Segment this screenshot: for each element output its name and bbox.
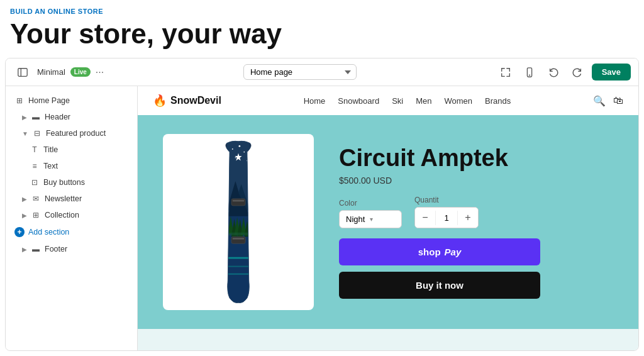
flame-icon: 🔥 <box>153 94 167 108</box>
redo-icon <box>572 67 583 78</box>
store-logo-name: SnowDevil <box>170 95 221 106</box>
editor-container: Minimal Live ··· Home page About Contact <box>5 58 639 351</box>
store-nav-actions: 🔍 🛍 <box>593 95 623 107</box>
svg-point-6 <box>232 148 233 150</box>
save-button[interactable]: Save <box>592 64 631 81</box>
nav-brands[interactable]: Brands <box>485 96 511 106</box>
buy-now-button[interactable]: Buy it now <box>339 272 540 299</box>
plus-circle-icon: + <box>14 227 25 237</box>
color-label: Color <box>339 199 402 208</box>
page-select[interactable]: Home page About Contact <box>243 64 357 80</box>
svg-point-9 <box>235 158 236 159</box>
product-details: Circuit Amptek $500.00 USD Color Night ▾… <box>339 145 613 299</box>
main-headline: Your store, your way <box>0 15 644 58</box>
text-icon: ≡ <box>30 161 40 171</box>
theme-name: Minimal <box>37 67 65 77</box>
more-options-dots[interactable]: ··· <box>96 67 104 78</box>
svg-rect-21 <box>226 233 250 236</box>
quantity-control: − 1 + <box>414 207 479 228</box>
color-select[interactable]: Night ▾ <box>339 210 402 228</box>
product-title: Circuit Amptek <box>339 145 613 172</box>
live-badge: Live <box>70 67 91 77</box>
svg-point-8 <box>238 145 240 147</box>
shop-pay-label: shop <box>418 247 441 257</box>
store-nav: 🔥 SnowDevil Home Snowboard Ski Men Women… <box>138 86 638 115</box>
snowboard-svg <box>213 140 264 304</box>
color-value: Night <box>346 214 365 224</box>
sidebar-item-footer[interactable]: ▶ ▬ Footer <box>6 241 137 257</box>
svg-rect-0 <box>18 69 27 77</box>
sidebar-item-homepage[interactable]: ⊞ Home Page <box>6 92 137 109</box>
expand-arrow-header: ▶ <box>22 114 27 121</box>
store-logo: 🔥 SnowDevil <box>153 94 221 108</box>
product-section: Circuit Amptek $500.00 USD Color Night ▾… <box>138 115 638 329</box>
sidebar: ⊞ Home Page ▶ ▬ Header ▼ ⊟ Featured prod… <box>6 86 138 350</box>
sidebar-toggle-button[interactable] <box>13 63 32 82</box>
quantity-increase-button[interactable]: + <box>458 208 478 228</box>
nav-home[interactable]: Home <box>304 96 326 106</box>
svg-rect-28 <box>233 238 245 240</box>
mobile-view-button[interactable] <box>520 63 539 82</box>
nav-snowboard[interactable]: Snowboard <box>338 96 379 106</box>
quantity-value: 1 <box>435 211 458 225</box>
product-image-wrapper <box>163 134 314 310</box>
svg-point-7 <box>243 152 245 153</box>
sidebar-item-text[interactable]: ≡ Text <box>6 158 137 174</box>
expand-icon <box>500 67 511 78</box>
product-price: $500.00 USD <box>339 175 613 186</box>
nav-men[interactable]: Men <box>416 96 431 106</box>
nav-ski[interactable]: Ski <box>392 96 403 106</box>
sidebar-item-buy-buttons[interactable]: ⊡ Buy buttons <box>6 174 137 191</box>
buy-buttons-icon: ⊡ <box>30 177 40 187</box>
product-options: Color Night ▾ Quantit − 1 + <box>339 196 613 228</box>
svg-rect-23 <box>226 266 250 267</box>
sidebar-item-featured-product[interactable]: ▼ ⊟ Featured product <box>6 125 137 142</box>
nav-women[interactable]: Women <box>444 96 472 106</box>
collection-icon: ⊞ <box>31 210 41 220</box>
expand-arrow-newsletter: ▶ <box>22 196 27 203</box>
svg-rect-25 <box>231 199 245 206</box>
expand-arrow-footer: ▶ <box>22 246 27 253</box>
svg-rect-24 <box>226 274 250 275</box>
search-icon[interactable]: 🔍 <box>593 95 606 107</box>
cart-icon[interactable]: 🛍 <box>613 95 623 107</box>
shop-pay-suffix: Pay <box>445 247 462 257</box>
sidebar-item-title[interactable]: T Title <box>6 142 137 158</box>
color-option-group: Color Night ▾ <box>339 199 402 228</box>
quantity-option-group: Quantit − 1 + <box>414 196 479 228</box>
newsletter-icon: ✉ <box>31 194 41 204</box>
sidebar-item-header[interactable]: ▶ ▬ Header <box>6 109 137 125</box>
redo-button[interactable] <box>568 63 587 82</box>
expand-view-button[interactable] <box>496 63 515 82</box>
homepage-icon: ⊞ <box>14 96 25 106</box>
svg-rect-27 <box>231 237 245 244</box>
shop-pay-button[interactable]: shop Pay <box>339 238 540 265</box>
sidebar-item-collection[interactable]: ▶ ⊞ Collection <box>6 207 137 223</box>
svg-point-3 <box>529 75 530 75</box>
featured-product-icon: ⊟ <box>32 128 42 138</box>
sidebar-icon <box>17 67 28 78</box>
quantity-decrease-button[interactable]: − <box>415 208 435 228</box>
title-icon: T <box>30 145 40 155</box>
quantity-label: Quantit <box>414 196 479 204</box>
preview-area: 🔥 SnowDevil Home Snowboard Ski Men Women… <box>138 86 638 350</box>
chevron-down-icon: ▾ <box>370 216 373 223</box>
add-section-button[interactable]: + Add section <box>6 223 137 241</box>
expand-arrow-collection: ▶ <box>22 212 27 219</box>
undo-icon <box>548 67 559 78</box>
mobile-icon <box>524 67 535 78</box>
toolbar: Minimal Live ··· Home page About Contact <box>6 58 638 86</box>
sidebar-item-newsletter[interactable]: ▶ ✉ Newsletter <box>6 191 137 207</box>
header-icon: ▬ <box>31 112 41 122</box>
expand-arrow-featured: ▼ <box>22 130 28 137</box>
undo-button[interactable] <box>544 63 563 82</box>
top-label: BUILD AN ONLINE STORE <box>0 0 644 15</box>
editor-body: ⊞ Home Page ▶ ▬ Header ▼ ⊟ Featured prod… <box>6 86 638 350</box>
footer-icon: ▬ <box>31 244 41 254</box>
svg-rect-22 <box>226 257 250 259</box>
store-nav-links: Home Snowboard Ski Men Women Brands <box>304 96 511 106</box>
svg-rect-26 <box>233 200 245 202</box>
